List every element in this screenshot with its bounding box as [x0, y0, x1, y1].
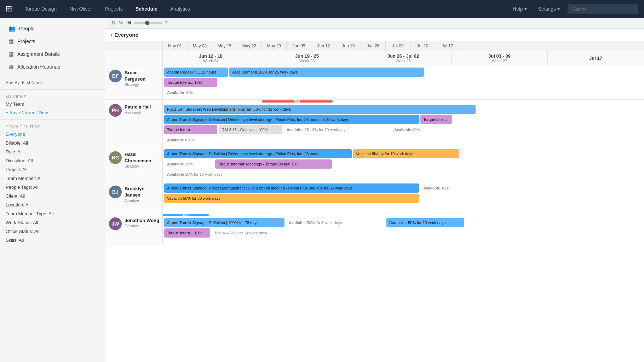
task-row-1-3: Available 8.13% — [164, 135, 643, 145]
avatar-4: JW — [109, 217, 122, 230]
person-name-0[interactable]: Bruce Ferguson — [125, 70, 160, 82]
my-team-item[interactable]: My Team — [0, 100, 106, 109]
task-row-0-2: Available 10% — [164, 88, 643, 97]
filter-item-9[interactable]: Team Member Type: All — [0, 209, 106, 218]
person-details-1: Patricia HallResearch — [125, 104, 151, 115]
nav-projects[interactable]: Projects — [102, 5, 126, 13]
sidebar-item-people[interactable]: 👥 People — [3, 22, 103, 35]
person-role-4: Creative — [125, 224, 159, 228]
month-label-4: May 29 — [262, 41, 287, 51]
task-bar-1-2-0[interactable]: Torque Intern... — [164, 125, 217, 134]
filter-item-11[interactable]: Office Status: All — [0, 227, 106, 236]
my-views-label: My Views — [0, 93, 106, 100]
task-bar-4-0-0[interactable]: Airport Transit Signage: Definition | 10… — [164, 218, 284, 227]
task-bar-2-1-1[interactable]: Torque Internal: Meetings - Torque Desig… — [215, 159, 332, 169]
week-header-1: Jun 19 - 25Week 25 — [259, 51, 355, 65]
month-labels-container: May 01May 08May 15May 22May 29Jun 05Jun … — [163, 41, 644, 51]
timeline-controls: D W M T — [106, 18, 644, 29]
nav-analytics[interactable]: Analytics — [167, 5, 193, 13]
task-bar-1-0-0[interactable]: FUL1.58 - Budapest Web Development - Ful… — [164, 105, 476, 114]
task-bar-4-1-0[interactable]: Torque Intern... 10% — [164, 228, 210, 238]
filter-item-7[interactable]: Client: All — [0, 192, 106, 200]
month-label-6: Jun 12 — [311, 41, 336, 51]
zoom-t[interactable]: T — [163, 20, 169, 26]
person-row-3: BJBrooklyn JansenCreativeAirport Transit… — [106, 181, 644, 213]
month-label-11: Jul 17 — [435, 41, 460, 51]
task-row-1-2: Torque Intern...RAL3.15 - Geneva... 100%… — [164, 125, 643, 134]
month-label-1: May 08 — [188, 41, 212, 51]
help-button[interactable]: Help ▾ — [509, 5, 530, 13]
filter-item-0[interactable]: Everyone — [0, 130, 106, 139]
filter-item-5[interactable]: Team Member: All — [0, 174, 106, 183]
sidebar-divider-3 — [0, 119, 106, 120]
task-bar-2-1-0[interactable]: Available 20% — [164, 160, 214, 168]
task-bar-3-0-0[interactable]: Airport Transit Signage: Project Managem… — [164, 183, 419, 193]
task-bar-4-1-1[interactable]: Test X – 50% for 11 work days — [212, 229, 293, 237]
task-bar-2-0-1[interactable]: Vacation 8h/day for 10 work days — [353, 149, 459, 158]
sidebar-item-assignment-details[interactable]: ▦ Assignment Details — [3, 48, 103, 60]
zoom-w[interactable]: W — [118, 20, 125, 26]
task-bar-4-0-2[interactable]: Catapult – 50% for 15 work days — [386, 218, 464, 227]
person-name-4[interactable]: Jonathon Wong — [125, 217, 159, 224]
progress-indicator-4: 10% — [163, 214, 209, 216]
month-label-0: May 01 — [163, 41, 188, 51]
task-bar-1-2-2[interactable]: Available 28.13% for 10 work days — [284, 126, 390, 133]
task-bar-1-1-1[interactable]: Torque Inter... — [420, 115, 452, 124]
person-name-3[interactable]: Brooklyn Jansen — [125, 186, 160, 198]
back-arrow[interactable]: ‹ — [110, 31, 112, 38]
week-header-2: Jun 26 - Jul 02Week 26 — [355, 51, 452, 65]
month-spacer — [106, 41, 163, 51]
filter-item-12[interactable]: Skills: All — [0, 236, 106, 245]
filter-item-10[interactable]: Work Status: All — [0, 218, 106, 227]
filter-item-4[interactable]: Project: All — [0, 165, 106, 174]
zoom-thumb[interactable] — [145, 21, 149, 25]
person-info-4: JWJonathon WongCreative — [106, 213, 163, 245]
nav-company[interactable]: Torque Design — [22, 5, 59, 13]
bars-area-2: Airport Transit Signage: Definition | De… — [163, 147, 644, 181]
task-row-0-0: Atlanta Redesign... 12 hoursAero Diamond… — [164, 68, 643, 77]
zoom-m[interactable]: M — [126, 20, 132, 26]
task-bar-3-0-1[interactable]: Available 100% — [420, 185, 452, 192]
person-role-1: Research — [125, 110, 151, 115]
settings-button[interactable]: Settings ▾ — [535, 5, 563, 13]
nav-user[interactable]: Nivi Oliver — [67, 5, 95, 13]
nav-schedule[interactable]: Schedule — [133, 5, 160, 13]
sidebar: 👥 People ▦ Projects ▦ Assignment Details… — [0, 18, 106, 362]
bars-area-1: 50%FUL1.58 - Budapest Web Development - … — [163, 100, 644, 147]
month-label-9: Jul 03 — [386, 41, 410, 51]
person-details-2: Hazel ChristensenStrategy — [125, 151, 160, 168]
filter-item-1[interactable]: Billable: All — [0, 139, 106, 147]
task-bar-0-2-0[interactable]: Available 10% — [164, 89, 217, 96]
filter-item-2[interactable]: Role: All — [0, 147, 106, 156]
task-bar-1-2-1[interactable]: RAL3.15 - Geneva... 100% — [219, 125, 282, 134]
search-input[interactable] — [568, 4, 638, 14]
person-details-0: Bruce FergusonStrategy — [125, 70, 160, 87]
heatmap-icon: ▦ — [8, 63, 14, 70]
task-bar-1-3-0[interactable]: Available 8.13% — [164, 136, 217, 144]
filter-item-3[interactable]: Discipline: All — [0, 156, 106, 165]
person-info-3: BJBrooklyn JansenCreative — [106, 181, 163, 213]
sidebar-item-projects[interactable]: ▦ Projects — [3, 35, 103, 47]
save-view-item[interactable]: + Save Current View — [0, 109, 106, 117]
zoom-track[interactable] — [134, 22, 162, 24]
person-row-4: JWJonathon WongCreative10%Airport Transi… — [106, 213, 644, 245]
zoom-d[interactable]: D — [110, 20, 116, 26]
sidebar-item-allocation-heatmap[interactable]: ▦ Allocation Heatmap — [3, 60, 103, 73]
task-bar-0-0-1[interactable]: Aero Diamond 100% for 25 work days — [229, 68, 424, 77]
app-logo: ⊞ — [6, 4, 12, 13]
task-bar-1-1-0[interactable]: Airport Transit Signage: Definition | De… — [164, 115, 419, 124]
task-bar-3-1-0[interactable]: Vacation 50% for 36 work days — [164, 194, 419, 203]
task-bar-0-0-0[interactable]: Atlanta Redesign... 12 hours — [164, 68, 228, 77]
task-bar-2-2-0[interactable]: Available 10% for 10 work days — [164, 171, 281, 178]
week-headers-row: Jun 12 - 18Week 24Jun 19 - 25Week 25Jun … — [106, 51, 644, 65]
person-name-2[interactable]: Hazel Christensen — [125, 151, 160, 164]
filter-item-8[interactable]: Location: All — [0, 200, 106, 209]
task-bar-0-1-0[interactable]: Torque Intern... 10% — [164, 78, 217, 87]
task-bar-2-0-0[interactable]: Airport Transit Signage: Definition | De… — [164, 149, 352, 158]
task-bar-4-0-1[interactable]: Available 50% for 8 work days — [286, 219, 385, 226]
sidebar-divider-2 — [0, 89, 106, 90]
task-row-3-1: Vacation 50% for 36 work days — [164, 194, 643, 203]
filter-item-6[interactable]: People Tags: All — [0, 183, 106, 192]
person-name-1[interactable]: Patricia Hall — [125, 104, 151, 110]
task-bar-1-2-3[interactable]: Available 40% — [391, 126, 423, 133]
